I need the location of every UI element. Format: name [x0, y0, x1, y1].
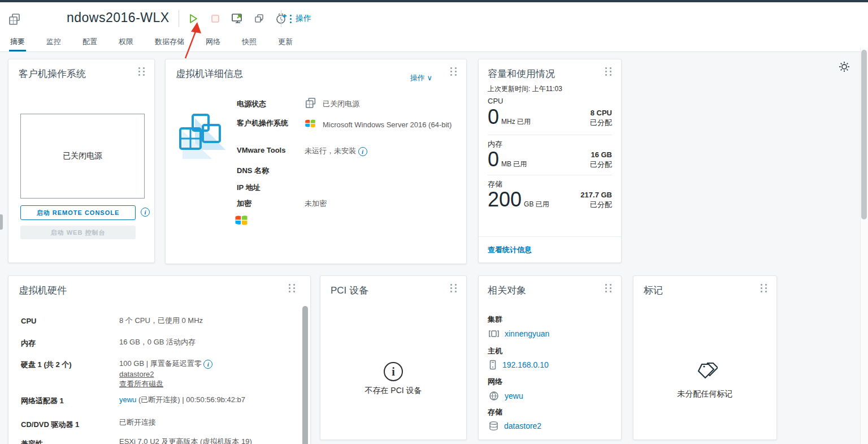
related-objects-card: 相关对象 集群 xinnengyuan 主机 192.168.0.10 网络 y… [478, 275, 622, 440]
vm-large-icon [176, 113, 225, 161]
launch-remote-console-button[interactable]: 启动 REMOTE CONSOLE [20, 205, 136, 220]
tab-permissions[interactable]: 权限 [118, 37, 134, 51]
network-item: yewu [489, 391, 523, 401]
disk-datastore-link[interactable]: datastore2 [119, 370, 154, 378]
tags-empty-state: 未分配任何标记 [633, 360, 776, 399]
drag-handle-icon[interactable] [138, 67, 147, 77]
host-link[interactable]: 192.168.0.10 [502, 360, 549, 369]
actions-separator [281, 10, 281, 27]
tags-empty-text: 未分配任何标记 [633, 389, 776, 399]
launch-console-icon[interactable] [231, 12, 244, 25]
encryption-label: 加密 [237, 199, 251, 209]
last-updated-text: 上次更新时间: 上午11:03 [488, 84, 562, 94]
hardware-card-title: 虚拟机硬件 [19, 284, 67, 297]
power-off-icon[interactable] [209, 12, 222, 25]
vm-hardware-card: 虚拟机硬件 CPU 8 个 CPU，已使用 0 MHz 内存 16 GB，0 G… [8, 275, 311, 444]
cluster-item: xinnengyuan [489, 329, 549, 338]
vm-tab-bar: 摘要 监控 配置 权限 数据存储 网络 快照 更新 [0, 35, 868, 52]
divider [488, 135, 612, 135]
storage-used-value: 200GB 已用 [488, 189, 549, 210]
console-preview[interactable]: 已关闭电源 [20, 114, 145, 199]
divider [479, 236, 621, 237]
hw-compat-label: 兼容性 [21, 439, 43, 444]
card-scrollbar-thumb[interactable] [302, 306, 308, 444]
pci-devices-card: PCI 设备 i 不存在 PCI 设备 [320, 275, 467, 440]
network-globe-icon [489, 391, 499, 401]
tab-summary[interactable]: 摘要 [9, 37, 26, 51]
page-scrollbar-thumb[interactable] [861, 50, 867, 219]
network-link[interactable]: yewu [505, 391, 523, 400]
drag-handle-icon[interactable] [605, 67, 614, 77]
actions-menu[interactable]: 操作 [290, 14, 311, 24]
memory-used-value: 0MB 已用 [488, 149, 527, 170]
vm-powered-off-icon [305, 97, 317, 111]
vm-powered-off-icon [8, 12, 21, 28]
cluster-link[interactable]: xinnengyuan [505, 329, 549, 338]
capacity-usage-card: 容量和使用情况 上次更新时间: 上午11:03 CPU 0MHz 已用 8 CP… [478, 59, 622, 263]
guest-os-card-title: 客户机操作系统 [19, 67, 86, 80]
view-all-disks-link[interactable]: 查看所有磁盘 [119, 379, 163, 389]
drag-handle-icon[interactable] [761, 284, 770, 294]
vm-details-card: 虚拟机详细信息 操作 ∨ 电源状态 已关闭电源 客户机操作系统 Microsof… [165, 59, 467, 264]
hw-disk-label: 硬盘 1 (共 2 个) [21, 360, 72, 370]
tab-monitor[interactable]: 监控 [45, 37, 62, 51]
nic-network-link[interactable]: yewu [119, 395, 136, 404]
take-snapshot-icon[interactable] [275, 12, 288, 25]
windows-logo-icon [305, 118, 316, 131]
hw-nic-value: yewu (已断开连接) | 00:50:56:9b:42:b7 [119, 395, 245, 405]
disk-info-icon[interactable]: i [203, 360, 212, 369]
vm-toolbar [186, 9, 288, 28]
hw-nic-label: 网络适配器 1 [21, 396, 64, 406]
tab-snapshots[interactable]: 快照 [241, 37, 258, 51]
hw-cpu-label: CPU [21, 317, 36, 325]
tab-configure[interactable]: 配置 [81, 37, 98, 51]
tab-datastores[interactable]: 数据存储 [154, 37, 185, 51]
pci-empty-state: i 不存在 PCI 设备 [320, 362, 466, 396]
vmware-tools-label: VMware Tools [237, 146, 285, 154]
storage-item: datastore2 [489, 421, 541, 431]
vm-details-actions-menu[interactable]: 操作 ∨ [410, 73, 432, 83]
capacity-card-title: 容量和使用情况 [488, 67, 555, 80]
storage-label: 存储 [488, 407, 502, 417]
vm-header: ndows2016-WLX 操作 [0, 2, 868, 35]
drag-handle-icon[interactable] [450, 67, 459, 77]
datastore-link[interactable]: datastore2 [504, 421, 541, 430]
pci-empty-text: 不存在 PCI 设备 [320, 386, 466, 396]
drag-handle-icon[interactable] [289, 284, 298, 294]
dashboard-settings-gear-icon[interactable] [838, 61, 850, 75]
ip-address-label: IP 地址 [237, 183, 261, 193]
remote-console-info-icon[interactable]: i [141, 208, 150, 217]
launch-web-console-button: 启动 WEB 控制台 [20, 226, 136, 239]
related-card-title: 相关对象 [488, 284, 526, 297]
power-on-icon[interactable] [186, 12, 200, 25]
host-icon [489, 360, 497, 370]
cpu-section-label: CPU [488, 97, 503, 105]
vm-title: ndows2016-WLX [67, 10, 170, 25]
network-label: 网络 [488, 377, 502, 387]
drag-handle-icon[interactable] [450, 284, 459, 294]
divider [488, 175, 612, 175]
tab-updates[interactable]: 更新 [277, 37, 294, 51]
pci-card-title: PCI 设备 [331, 284, 368, 297]
tab-networks[interactable]: 网络 [205, 37, 222, 51]
drag-handle-icon[interactable] [605, 284, 614, 294]
memory-allocated: 16 GB已分配 [590, 150, 612, 169]
cluster-label: 集群 [488, 314, 502, 325]
tags-card: 标记 未分配任何标记 [633, 275, 777, 440]
encryption-value: 未加密 [305, 199, 327, 209]
tools-info-icon[interactable]: i [358, 147, 367, 156]
hw-cd-label: CD/DVD 驱动器 1 [21, 420, 79, 430]
hw-disk-value: 100 GB | 厚置备延迟置零 i [119, 359, 212, 369]
kebab-dots-icon [290, 15, 292, 23]
migrate-icon[interactable] [253, 12, 266, 25]
host-label: 主机 [488, 346, 502, 356]
collapsed-sidebar-handle[interactable] [0, 214, 3, 230]
power-state-value: 已关闭电源 [323, 99, 359, 109]
vmware-tools-value: 未运行，未安装 i [305, 146, 367, 156]
datastore-icon [489, 421, 498, 431]
info-circle-icon: i [384, 362, 403, 381]
storage-allocated: 217.7 GB已分配 [580, 190, 612, 209]
hw-memory-label: 内存 [21, 338, 36, 348]
toolbar-separator [179, 10, 179, 27]
view-stats-link[interactable]: 查看统计信息 [488, 245, 532, 255]
